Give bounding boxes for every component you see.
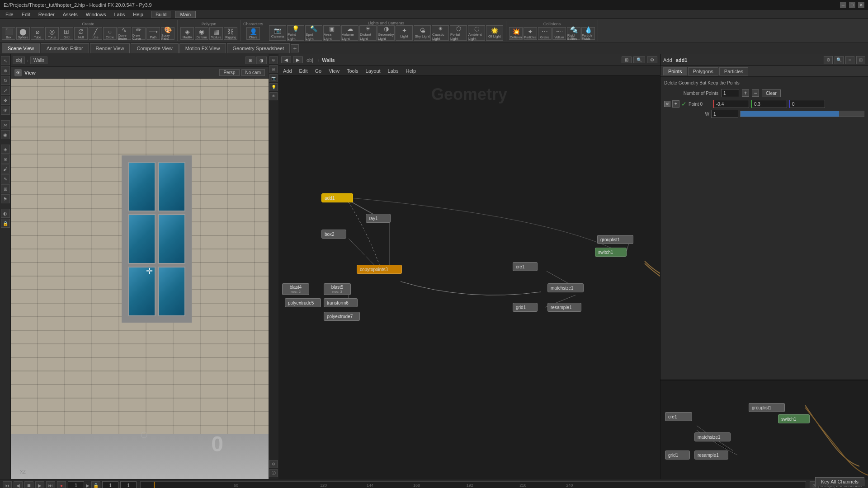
ph-search-btn[interactable]: 🔍 [835, 56, 844, 64]
shelf-deform-icon[interactable]: ◉Deform [195, 27, 208, 40]
node-transform6[interactable]: transform6 [324, 298, 358, 307]
lower-nodes-area[interactable]: cre1 matchsize1 resample1 grid1 grouplis… [660, 380, 868, 479]
vp-display-options[interactable]: ⊞ [245, 56, 255, 64]
tab-scene-view[interactable]: Scene View [2, 43, 40, 53]
shelf-spray-paint-icon[interactable]: 🎨Spray Paint [161, 27, 175, 40]
w-input[interactable] [711, 110, 738, 118]
node-blast5[interactable]: blast5 noc: 3 [324, 283, 351, 295]
shelf-grains-icon[interactable]: ⋯Grains [538, 27, 552, 40]
params-button[interactable]: ⊞ [1, 184, 10, 193]
lower-node-switch1[interactable]: switch1 [778, 414, 810, 423]
minimize-button[interactable]: ─ [840, 2, 846, 8]
shelf-torus-icon[interactable]: ◎Torus [45, 27, 59, 40]
menu-windows[interactable]: Windows [82, 11, 110, 18]
shelf-circle-icon[interactable]: ○Circle [103, 27, 117, 40]
shelf-null-icon[interactable]: ∅Null [74, 27, 88, 40]
net-path-walls[interactable]: Walls [322, 57, 335, 63]
spot-light-icon[interactable]: 🔦Spot Light [305, 25, 322, 41]
scale-tool-button[interactable]: ⤢ [1, 86, 10, 95]
network-canvas[interactable]: Geometry [278, 76, 660, 479]
tab-composite-view[interactable]: Composite View [131, 43, 178, 53]
edit-button[interactable]: ✎ [1, 174, 10, 183]
tab-motion-fx-view[interactable]: Motion FX View [179, 43, 226, 53]
shelf-particlefluids-icon[interactable]: 💧Particle Fluids [581, 27, 595, 40]
node-resample1[interactable]: resample1 [547, 303, 581, 312]
node-ray1[interactable]: ray1 [366, 214, 391, 223]
net-display-btn[interactable]: ⊞ [622, 56, 632, 63]
select-tool-button[interactable]: ↖ [1, 56, 10, 65]
rt-cam-btn[interactable]: 📷 [269, 74, 278, 82]
timeline-ruler[interactable]: 60 120 144 168 192 216 240 [140, 481, 806, 488]
ptab-particles[interactable]: Particles [719, 67, 748, 75]
point-light-icon[interactable]: 💡Point Light [287, 25, 304, 41]
point-x-input[interactable] [713, 100, 749, 108]
viewport-canvas[interactable]: ✛ 0 ○ XZ [11, 79, 269, 479]
distant-light-icon[interactable]: ☀Distant Light [359, 25, 377, 41]
node-grouplist1[interactable]: grouplist1 [597, 235, 633, 244]
ph-gear-btn[interactable]: ⚙ [824, 56, 833, 64]
camera-icon[interactable]: 📷Camera [269, 25, 286, 41]
num-points-plus-btn[interactable]: + [742, 89, 749, 97]
node-matchsize1[interactable]: matchsize1 [547, 283, 584, 292]
gi-light-icon[interactable]: 🌟GI Light [486, 25, 503, 41]
rt-vis-btn[interactable]: 👁 [269, 92, 278, 100]
rt-grid-btn[interactable]: ⊞ [269, 65, 278, 73]
rt-snap-btn[interactable]: ⊕ [269, 56, 278, 64]
tl-play-back-btn[interactable]: ◀ [14, 481, 23, 488]
build-button[interactable]: Build [151, 11, 170, 18]
node-polyextrude7[interactable]: polyextrude7 [324, 312, 360, 321]
node-grid1[interactable]: grid1 [513, 303, 538, 312]
soft-button[interactable]: ◉ [1, 130, 10, 139]
node-copytopoints3[interactable]: copytopoints3 [357, 265, 402, 274]
shelf-rigging-icon[interactable]: ⛓Rigging [224, 27, 237, 40]
nm-layout[interactable]: Layout [363, 68, 383, 74]
view-tool-button[interactable]: 👁 [1, 106, 10, 115]
transform-tool-button[interactable]: ⊕ [1, 66, 10, 75]
ambient-light-icon[interactable]: ◌Ambient Light [468, 25, 485, 41]
add-tab-button[interactable]: + [291, 44, 299, 52]
vp-obj-button[interactable]: obj [13, 56, 25, 64]
nm-help[interactable]: Help [403, 68, 419, 74]
nm-labs[interactable]: Labs [385, 68, 401, 74]
num-points-minus-btn[interactable]: − [752, 89, 759, 97]
pose-button[interactable]: ◈ [1, 145, 10, 154]
net-settings-btn[interactable]: ⚙ [647, 56, 657, 63]
shelf-draw-curve-icon[interactable]: ✏Draw Curve [132, 27, 146, 40]
volume-light-icon[interactable]: ☁Volume Light [341, 25, 359, 41]
persp-button[interactable]: Persp [219, 69, 239, 76]
node-add1[interactable]: add1 [321, 193, 353, 202]
vp-walls-button[interactable]: Walls [30, 56, 47, 64]
light-icon-plain[interactable]: ✦Light [396, 25, 413, 41]
num-points-input[interactable] [721, 89, 739, 97]
net-forward-button[interactable]: ▶ [293, 56, 303, 63]
isolate-button[interactable]: ◐ [1, 209, 10, 218]
ptab-points[interactable]: Points [663, 67, 687, 75]
nm-go[interactable]: Go [312, 68, 325, 74]
geometry-light-icon[interactable]: ◑Geometry Light [377, 25, 395, 41]
handle-tool-button[interactable]: ✥ [1, 96, 10, 105]
portal-light-icon[interactable]: ⬡Portal Light [450, 25, 467, 41]
caustic-light-icon[interactable]: ✴Caustic Light [432, 25, 449, 41]
tab-animation-editor[interactable]: Animation Editor [41, 43, 89, 53]
nm-edit[interactable]: Edit [297, 68, 311, 74]
point-z-input[interactable] [789, 100, 825, 108]
rt-info-btn[interactable]: ⓘ [269, 469, 278, 477]
menu-render[interactable]: Render [35, 11, 58, 18]
shelf-texture-icon[interactable]: ▦Texture [209, 27, 223, 40]
snap-button[interactable]: ⋊ [1, 120, 10, 129]
node-switch1[interactable]: switch1 [595, 248, 627, 257]
shelf-path-icon[interactable]: ⟶Path [146, 27, 160, 40]
tl-stop-btn[interactable]: ⏹ [24, 481, 33, 488]
net-back-button[interactable]: ◀ [281, 56, 291, 63]
shelf-vellum-icon[interactable]: 〰Vellum [552, 27, 566, 40]
cam-button[interactable]: No cam [241, 69, 265, 76]
tl-lock-btn[interactable]: 🔒 [91, 481, 100, 488]
clear-button[interactable]: Clear [762, 89, 781, 97]
shelf-collisions-icon[interactable]: 💥Collision [509, 27, 523, 40]
nm-view[interactable]: View [326, 68, 342, 74]
menu-edit[interactable]: Edit [18, 11, 34, 18]
lower-node-grid1[interactable]: grid1 [665, 450, 690, 460]
shelf-line-icon[interactable]: ╱Line [89, 27, 102, 40]
tl-next-keyframe-btn[interactable]: ⏭ [46, 481, 55, 488]
menu-labs[interactable]: Labs [110, 11, 128, 18]
